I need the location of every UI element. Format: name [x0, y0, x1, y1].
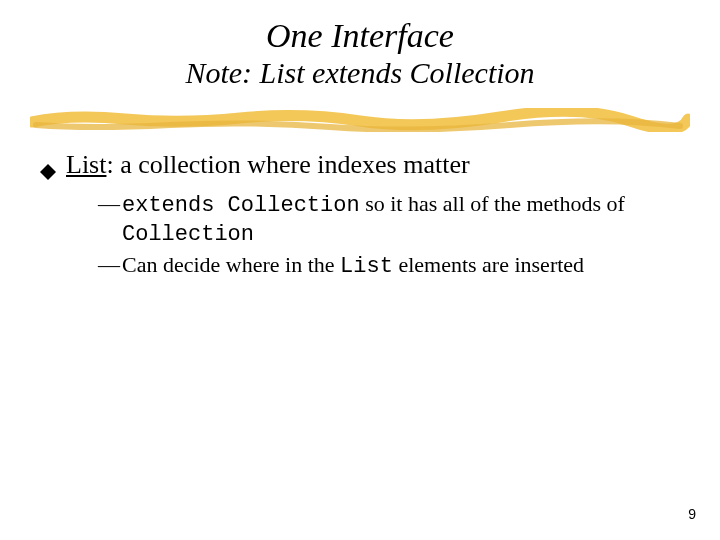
- sub-bullet-code: Collection: [122, 222, 254, 247]
- slide-subtitle: Note: List extends Collection: [0, 56, 720, 90]
- dash-bullet-icon: —: [98, 252, 120, 279]
- bullet-text: : a collection where indexes matter: [106, 150, 469, 179]
- sub-bullet-text: Can decide where in the: [122, 252, 340, 277]
- body: List: a collection where indexes matter …: [40, 150, 680, 285]
- dash-bullet-icon: —: [98, 191, 120, 218]
- bullet-term: List: [66, 150, 106, 179]
- sub-bullet: — extends Collection so it has all of th…: [98, 191, 680, 249]
- slide-title: One Interface: [0, 0, 720, 54]
- slide: One Interface Note: List extends Collect…: [0, 0, 720, 540]
- bullet-level1: List: a collection where indexes matter: [40, 150, 680, 181]
- sub-bullet-code: extends Collection: [122, 193, 360, 218]
- sub-bullet-text: so it has all of the methods of: [360, 191, 625, 216]
- sub-bullet: — Can decide where in the List elements …: [98, 252, 680, 281]
- bullet-level2-group: — extends Collection so it has all of th…: [40, 191, 680, 281]
- page-number: 9: [688, 506, 696, 522]
- sub-bullet-text: elements are inserted: [393, 252, 584, 277]
- diamond-bullet-icon: [40, 157, 56, 188]
- title-underline: [30, 108, 690, 132]
- svg-marker-0: [40, 164, 56, 180]
- sub-bullet-code: List: [340, 254, 393, 279]
